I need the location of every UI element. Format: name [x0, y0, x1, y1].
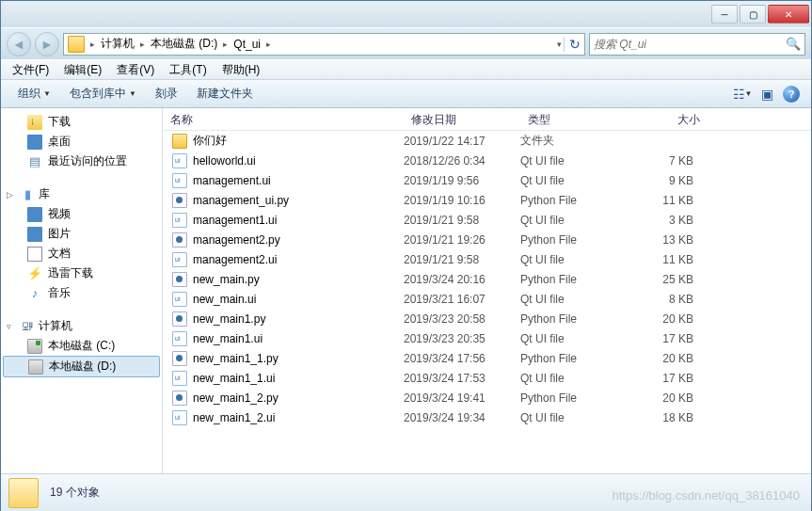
refresh-button[interactable]: ↻	[564, 37, 584, 52]
file-type: 文件夹	[520, 133, 629, 149]
sidebar-item-music[interactable]: ♪音乐	[1, 283, 162, 303]
view-options-button[interactable]: ☷ ▼	[730, 84, 755, 104]
file-row[interactable]: new_main1_2.py2019/3/24 19:41Python File…	[163, 388, 811, 407]
file-name: new_main1_2.ui	[193, 411, 275, 424]
maximize-button[interactable]: ▢	[740, 5, 766, 24]
column-size[interactable]: 大小	[629, 108, 709, 130]
nav-bar: ◄ ► ▸ 计算机 ▸ 本地磁盘 (D:) ▸ Qt_ui ▸ ▾ ↻ 🔍	[1, 27, 811, 59]
explorer-window: ─ ▢ ✕ ◄ ► ▸ 计算机 ▸ 本地磁盘 (D:) ▸ Qt_ui ▸ ▾ …	[0, 0, 812, 511]
back-button[interactable]: ◄	[7, 32, 31, 56]
file-row[interactable]: management_ui.py2019/1/19 10:16Python Fi…	[163, 190, 811, 210]
burn-button[interactable]: 刻录	[146, 82, 187, 105]
preview-pane-button[interactable]: ▣	[755, 84, 779, 104]
sidebar-item-desktop[interactable]: 桌面	[1, 132, 162, 152]
search-input[interactable]	[594, 38, 786, 51]
sidebar-item-drive-d[interactable]: 本地磁盘 (D:)	[3, 356, 160, 377]
file-date: 2019/3/23 20:58	[404, 312, 520, 326]
file-type: Python File	[520, 391, 629, 405]
drive-icon	[27, 339, 42, 354]
help-button[interactable]: ?	[779, 84, 804, 104]
file-name: 你们好	[193, 133, 227, 149]
breadcrumb-seg[interactable]: 本地磁盘 (D:)	[147, 36, 221, 52]
py-icon	[172, 351, 187, 366]
sidebar-item-drive-c[interactable]: 本地磁盘 (C:)	[1, 336, 162, 356]
search-icon[interactable]: 🔍	[786, 37, 801, 51]
ui-icon	[172, 213, 187, 228]
folder-icon	[68, 36, 85, 53]
sidebar-item-recent[interactable]: ▤最近访问的位置	[1, 152, 162, 171]
file-name: management2.py	[193, 233, 280, 247]
sidebar-computer[interactable]: ▿🖳计算机	[1, 316, 162, 336]
ui-icon	[172, 252, 187, 267]
file-name: management.ui	[193, 174, 271, 187]
titlebar[interactable]: ─ ▢ ✕	[1, 1, 811, 27]
chevron-right-icon[interactable]: ▸	[88, 40, 97, 49]
file-type: Qt UI file	[520, 411, 629, 424]
ui-icon	[172, 173, 187, 188]
column-type[interactable]: 类型	[520, 108, 629, 130]
breadcrumb[interactable]: ▸ 计算机 ▸ 本地磁盘 (D:) ▸ Qt_ui ▸ ▾ ↻	[63, 33, 585, 56]
file-date: 2019/3/21 16:07	[404, 293, 520, 306]
file-name: new_main.py	[193, 273, 260, 286]
file-row[interactable]: new_main1_1.ui2019/3/24 17:53Qt UI file1…	[163, 368, 811, 388]
menu-edit[interactable]: 编辑(E)	[56, 60, 109, 80]
watermark: https://blog.csdn.net/qq_38161040	[613, 488, 801, 503]
video-icon	[27, 207, 42, 222]
breadcrumb-seg[interactable]: Qt_ui	[230, 38, 264, 51]
file-row[interactable]: new_main1.py2019/3/23 20:58Python File20…	[163, 309, 811, 328]
file-row[interactable]: new_main.ui2019/3/21 16:07Qt UI file8 KB	[163, 289, 811, 309]
file-name: helloworld.ui	[193, 154, 256, 168]
file-date: 2019/3/24 19:34	[404, 411, 520, 424]
file-size: 11 KB	[629, 194, 709, 207]
file-size: 7 KB	[629, 154, 709, 168]
file-size: 20 KB	[629, 391, 709, 405]
file-date: 2019/3/24 17:53	[404, 372, 520, 385]
file-type: Qt UI file	[520, 253, 629, 266]
new-folder-button[interactable]: 新建文件夹	[187, 82, 263, 105]
file-row[interactable]: management2.py2019/1/21 19:26Python File…	[163, 230, 811, 249]
file-row[interactable]: new_main1_2.ui2019/3/24 19:34Qt UI file1…	[163, 407, 811, 427]
file-row[interactable]: new_main1.ui2019/3/23 20:35Qt UI file17 …	[163, 328, 811, 348]
column-name[interactable]: 名称	[163, 108, 404, 130]
file-row[interactable]: helloworld.ui2018/12/26 0:34Qt UI file7 …	[163, 151, 811, 170]
chevron-down-icon[interactable]: ▾	[555, 40, 564, 49]
breadcrumb-seg[interactable]: 计算机	[97, 36, 138, 52]
column-date[interactable]: 修改日期	[404, 108, 520, 130]
chevron-down-icon: ▼	[129, 89, 136, 98]
file-date: 2019/1/19 10:16	[404, 194, 520, 207]
organize-button[interactable]: 组织▼	[8, 82, 60, 105]
file-date: 2019/1/19 9:56	[404, 174, 520, 187]
music-icon: ♪	[27, 286, 42, 301]
menu-tools[interactable]: 工具(T)	[162, 60, 214, 80]
forward-button[interactable]: ►	[35, 32, 59, 56]
file-type: Qt UI file	[520, 174, 629, 187]
sidebar-item-pictures[interactable]: 图片	[1, 224, 162, 244]
menu-help[interactable]: 帮助(H)	[215, 60, 268, 80]
search-box[interactable]: 🔍	[589, 33, 805, 56]
file-row[interactable]: management2.ui2019/1/21 9:58Qt UI file11…	[163, 249, 811, 269]
file-name: new_main1_1.py	[193, 352, 279, 365]
chevron-right-icon[interactable]: ▸	[138, 40, 147, 49]
sidebar-item-documents[interactable]: 文档	[1, 244, 162, 263]
sidebar-item-xunlei[interactable]: ⚡迅雷下载	[1, 263, 162, 283]
file-row[interactable]: 你们好2019/1/22 14:17文件夹	[163, 131, 811, 151]
file-row[interactable]: management.ui2019/1/19 9:56Qt UI file9 K…	[163, 170, 811, 190]
file-row[interactable]: new_main1_1.py2019/3/24 17:56Python File…	[163, 348, 811, 368]
sidebar-libraries[interactable]: ▷▮库	[1, 184, 162, 204]
chevron-right-icon[interactable]: ▸	[221, 40, 230, 49]
file-date: 2019/1/21 9:58	[404, 253, 520, 266]
file-size: 11 KB	[629, 253, 709, 266]
close-button[interactable]: ✕	[768, 5, 809, 24]
file-row[interactable]: management1.ui2019/1/21 9:58Qt UI file3 …	[163, 210, 811, 230]
menu-view[interactable]: 查看(V)	[109, 60, 162, 80]
file-size: 25 KB	[629, 273, 709, 286]
menu-file[interactable]: 文件(F)	[5, 60, 56, 80]
include-library-button[interactable]: 包含到库中▼	[60, 82, 146, 105]
chevron-down-icon: ▼	[43, 89, 51, 98]
file-row[interactable]: new_main.py2019/3/24 20:16Python File25 …	[163, 269, 811, 289]
sidebar-item-videos[interactable]: 视频	[1, 204, 162, 224]
sidebar-item-downloads[interactable]: 下载	[1, 112, 162, 132]
chevron-right-icon[interactable]: ▸	[264, 40, 273, 49]
toolbar: 组织▼ 包含到库中▼ 刻录 新建文件夹 ☷ ▼ ▣ ?	[1, 80, 811, 108]
minimize-button[interactable]: ─	[711, 5, 738, 24]
